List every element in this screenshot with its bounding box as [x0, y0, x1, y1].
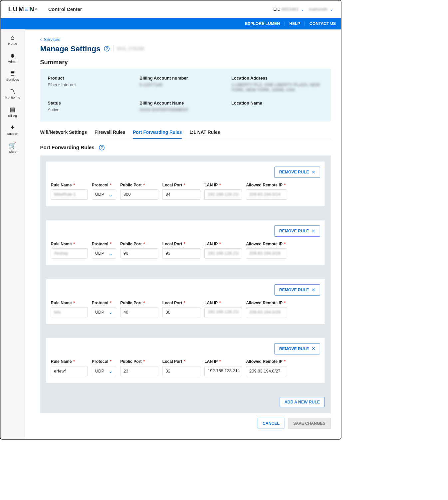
remove-rule-button[interactable]: REMOVE RULE ✕ — [274, 284, 320, 296]
sidebar-item-home-label: Home — [8, 42, 17, 45]
remove-rule-button[interactable]: REMOVE RULE ✕ — [274, 167, 320, 178]
sidebar-item-shop[interactable]: 🛒 Shop — [1, 142, 25, 153]
close-icon: ✕ — [312, 228, 315, 234]
local-port-input[interactable] — [162, 248, 200, 258]
cancel-button[interactable]: CANCEL — [258, 418, 285, 429]
eid-label: EID — [273, 7, 281, 12]
user-dropdown[interactable]: mattsmith ⌄ — [309, 7, 333, 12]
protocol-value: UDP — [95, 192, 104, 197]
chevron-down-icon: ⌄ — [330, 7, 334, 12]
sidebar-item-home[interactable]: ⌂ Home — [1, 35, 25, 46]
billing-number-label: Billing Account number — [139, 76, 231, 81]
tab-port-forwarding[interactable]: Port Forwarding Rules — [133, 127, 182, 139]
lan-ip-label: LAN IP * — [204, 360, 242, 364]
lan-ip-input[interactable] — [204, 248, 242, 258]
sidebar-item-services[interactable]: ≣ Services — [1, 71, 25, 82]
chevron-down-icon: ⌄ — [109, 191, 113, 197]
tabs: Wifi/Network SettingsFirewall RulesPort … — [40, 127, 331, 139]
sidebar-item-billing[interactable]: ▤ Billing — [1, 107, 25, 118]
rule-name-label: Rule Name * — [51, 301, 88, 305]
sidebar-item-services-label: Services — [6, 78, 19, 81]
lan-ip-label: LAN IP * — [204, 183, 242, 187]
help-icon[interactable]: ? — [99, 145, 105, 150]
sidebar-item-admin[interactable]: ☻ Admin — [1, 53, 25, 64]
public-port-label: Public Port * — [120, 301, 158, 305]
local-port-input[interactable] — [162, 307, 200, 317]
eid-dropdown[interactable]: EID 8653463 ⌄ — [273, 7, 304, 12]
local-port-input[interactable] — [162, 189, 200, 199]
protocol-label: Protocol * — [92, 360, 116, 364]
sidebar-item-support[interactable]: ✦ Support — [1, 125, 25, 135]
protocol-select[interactable]: UDP ⌄ — [92, 248, 116, 258]
local-port-label: Local Port * — [162, 360, 200, 364]
allowed-remote-ip-input[interactable] — [246, 307, 287, 317]
link-help[interactable]: HELP — [285, 22, 305, 26]
tab-firewall[interactable]: Firewall Rules — [95, 127, 125, 139]
link-explore-lumen[interactable]: EXPLORE LUMEN — [240, 22, 285, 26]
sidebar-item-home-icon: ⌂ — [11, 35, 14, 41]
save-changes-label: SAVE CHANGES — [293, 421, 326, 425]
remove-rule-label: REMOVE RULE — [279, 170, 309, 175]
protocol-value: UDP — [95, 369, 104, 374]
allowed-remote-ip-label: Allowed Remote IP * — [246, 242, 287, 246]
remove-rule-button[interactable]: REMOVE RULE ✕ — [274, 343, 320, 355]
sidebar-item-monitoring[interactable]: 〽 Monitoring — [1, 89, 25, 100]
allowed-remote-ip-input[interactable] — [246, 189, 287, 199]
status-value: Active — [48, 107, 139, 112]
protocol-value: UDP — [95, 251, 104, 256]
public-port-input[interactable] — [120, 248, 158, 258]
sidebar-item-admin-label: Admin — [8, 60, 17, 63]
rule-card: REMOVE RULE ✕ Rule Name * Protocol * UDP… — [46, 279, 325, 324]
sidebar-item-admin-icon: ☻ — [9, 53, 16, 59]
breadcrumb[interactable]: ‹ Services — [40, 37, 331, 43]
lan-ip-input[interactable] — [204, 366, 242, 376]
cancel-label: CANCEL — [263, 421, 280, 426]
close-icon: ✕ — [312, 346, 315, 352]
add-new-rule-label: ADD A NEW RULE — [285, 400, 320, 404]
summary-card: Product Fiber+ Internet Billing Account … — [40, 69, 331, 122]
protocol-select[interactable]: UDP ⌄ — [92, 307, 116, 317]
rule-name-input[interactable] — [51, 189, 88, 199]
rule-name-input[interactable] — [51, 307, 88, 317]
rule-name-input[interactable] — [51, 248, 88, 258]
remove-rule-button[interactable]: REMOVE RULE ✕ — [274, 225, 320, 237]
allowed-remote-ip-input[interactable] — [246, 366, 287, 376]
sidebar-item-shop-label: Shop — [9, 150, 16, 153]
lan-ip-label: LAN IP * — [204, 301, 242, 305]
lan-ip-input[interactable] — [204, 307, 242, 317]
link-contact-us[interactable]: CONTACT US — [305, 22, 336, 26]
protocol-select[interactable]: UDP ⌄ — [92, 366, 116, 376]
help-icon[interactable]: ? — [104, 46, 110, 52]
tab-wifi[interactable]: Wifi/Network Settings — [40, 127, 87, 139]
sidebar-item-shop-icon: 🛒 — [9, 142, 16, 148]
location-name-label: Location Name — [231, 101, 323, 106]
chevron-left-icon: ‹ — [40, 37, 42, 43]
lan-ip-input[interactable] — [204, 189, 242, 199]
product-value: Fiber+ Internet — [48, 83, 139, 88]
local-port-input[interactable] — [162, 366, 200, 376]
billing-name-label: Billing Account Name — [139, 101, 231, 106]
add-new-rule-button[interactable]: ADD A NEW RULE — [280, 397, 325, 407]
public-port-input[interactable] — [120, 307, 158, 317]
status-label: Status — [48, 101, 139, 106]
logo: LUM≡N® — [8, 5, 38, 13]
allowed-remote-ip-input[interactable] — [246, 248, 287, 258]
public-port-input[interactable] — [120, 366, 158, 376]
protocol-value: UDP — [95, 310, 104, 315]
rule-name-input[interactable] — [51, 366, 88, 376]
save-changes-button[interactable]: SAVE CHANGES — [288, 418, 331, 429]
tab-nat[interactable]: 1:1 NAT Rules — [189, 127, 220, 139]
chevron-down-icon: ⌄ — [109, 309, 113, 315]
sidebar-item-monitoring-label: Monitoring — [5, 96, 20, 99]
chevron-down-icon: ⌄ — [109, 250, 113, 256]
public-port-label: Public Port * — [120, 183, 158, 187]
rules-panel: REMOVE RULE ✕ Rule Name * Protocol * UDP… — [40, 155, 331, 413]
allowed-remote-ip-label: Allowed Remote IP * — [246, 360, 287, 364]
public-port-input[interactable] — [120, 189, 158, 199]
close-icon: ✕ — [312, 287, 315, 293]
protocol-select[interactable]: UDP ⌄ — [92, 189, 116, 199]
app-name: Control Center — [48, 6, 82, 12]
sidebar-item-billing-icon: ▤ — [10, 107, 16, 113]
billing-name-value: XXXX ENTERTAINMENT — [139, 107, 231, 112]
local-port-label: Local Port * — [162, 242, 200, 246]
